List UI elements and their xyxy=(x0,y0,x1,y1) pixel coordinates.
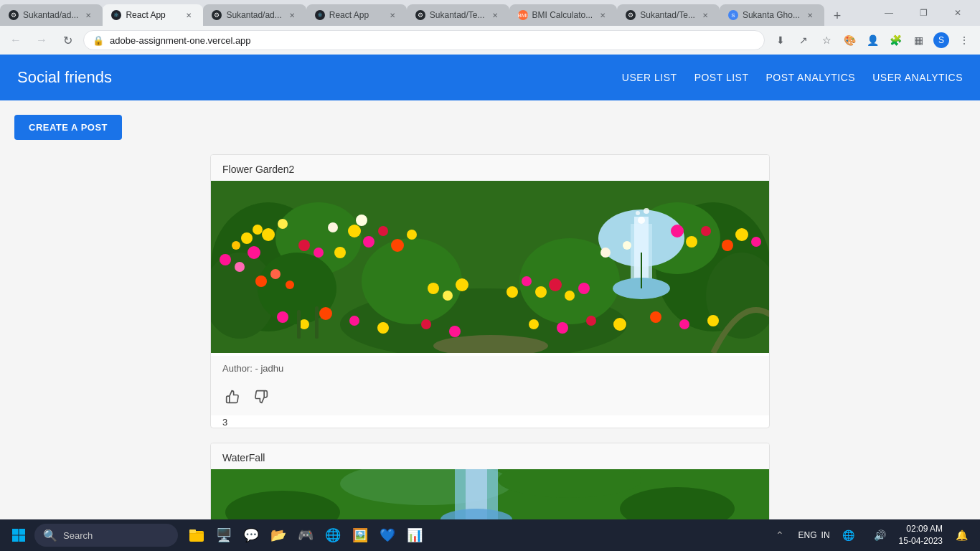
svg-point-62 xyxy=(535,286,547,298)
taskbar-notification-bell[interactable]: 🔔 xyxy=(948,522,974,548)
like-button-1[interactable] xyxy=(222,387,242,407)
profile-avatar[interactable]: S xyxy=(931,30,951,50)
tab-2-close[interactable]: ✕ xyxy=(183,9,194,21)
post-1-actions xyxy=(211,381,769,415)
tab-7-close[interactable]: ✕ xyxy=(699,9,711,21)
svg-point-73 xyxy=(644,208,649,214)
share-icon[interactable]: ↗ xyxy=(793,30,814,50)
taskbar-app-folder[interactable]: 📂 xyxy=(265,522,291,548)
svg-point-57 xyxy=(428,283,439,294)
tab-2[interactable]: ⚛ React App ✕ xyxy=(103,4,203,26)
taskbar-time-text: 02:09 AM xyxy=(899,523,943,535)
app-main: CREATE A POST Flower Garden2 xyxy=(0,100,980,519)
tab-7-favicon: ⚙ xyxy=(626,10,636,20)
post-1-like-count: 3 xyxy=(211,417,769,428)
taskbar-clock[interactable]: 02:09 AM 15-04-2023 xyxy=(899,523,943,547)
tab-5-close[interactable]: ✕ xyxy=(489,9,501,21)
new-tab-button[interactable]: + xyxy=(827,6,847,26)
tab-2-title: React App xyxy=(126,10,179,20)
sidebar-icon[interactable]: ▦ xyxy=(908,30,928,50)
close-button[interactable]: ✕ xyxy=(941,1,974,24)
svg-rect-83 xyxy=(19,529,26,535)
svg-point-20 xyxy=(220,254,231,265)
taskbar-volume-icon[interactable]: 🔊 xyxy=(867,522,893,548)
svg-point-47 xyxy=(529,319,539,329)
forward-button[interactable]: → xyxy=(32,30,52,50)
tab-1-close[interactable]: ✕ xyxy=(83,9,94,21)
tab-6[interactable]: BMI BMI Calculato... ✕ xyxy=(509,4,618,26)
taskbar-app-file-explorer[interactable] xyxy=(184,522,209,548)
nav-post-analytics[interactable]: POST ANALYTICS xyxy=(765,72,855,83)
back-button[interactable]: ← xyxy=(6,30,26,50)
taskbar-system-info: ENG IN xyxy=(798,530,830,540)
download-icon[interactable]: ⬇ xyxy=(771,30,791,50)
svg-rect-87 xyxy=(189,529,196,533)
svg-point-60 xyxy=(507,286,518,298)
tab-6-title: BMI Calculato... xyxy=(532,10,593,20)
taskbar-app-chrome[interactable]: 🌐 xyxy=(320,522,346,548)
taskbar-app-photos[interactable]: 🖼️ xyxy=(347,522,373,548)
tab-4-title: React App xyxy=(329,10,382,20)
svg-point-71 xyxy=(638,217,645,224)
taskbar-network-icon[interactable]: 🌐 xyxy=(836,522,862,548)
svg-point-67 xyxy=(356,215,367,226)
profiles-icon[interactable]: 👤 xyxy=(862,30,882,50)
start-button[interactable] xyxy=(6,522,32,548)
address-bar[interactable]: 🔒 adobe-assignment-one.vercel.app xyxy=(83,30,765,50)
tab-7-title: Sukantad/Te... xyxy=(640,10,695,20)
tab-3[interactable]: ⚙ Sukantad/ad... ✕ xyxy=(203,4,306,26)
color-icon[interactable]: 🎨 xyxy=(839,30,859,50)
nav-post-list[interactable]: POST LIST xyxy=(694,72,749,83)
create-post-button[interactable]: CREATE A POST xyxy=(14,115,122,140)
reload-button[interactable]: ↻ xyxy=(57,30,77,50)
app-header: Social friends USER LIST POST LIST POST … xyxy=(0,55,980,100)
taskbar-app-store[interactable]: 🎮 xyxy=(293,522,319,548)
svg-point-52 xyxy=(679,319,689,329)
taskbar-region: IN xyxy=(821,530,830,540)
dislike-button-1[interactable] xyxy=(251,387,271,407)
tab-6-close[interactable]: ✕ xyxy=(597,9,608,21)
taskbar-date-text: 15-04-2023 xyxy=(899,535,943,547)
svg-point-65 xyxy=(578,283,590,294)
svg-point-27 xyxy=(286,281,294,289)
post-card-2: WaterFall xyxy=(210,443,770,519)
svg-point-21 xyxy=(235,262,245,272)
svg-point-18 xyxy=(262,228,275,241)
tab-3-close[interactable]: ✕ xyxy=(286,9,298,21)
url-text: adobe-assignment-one.vercel.app xyxy=(110,35,755,46)
tab-4-close[interactable]: ✕ xyxy=(387,9,398,21)
taskbar-app-desktop[interactable]: 🖥️ xyxy=(211,522,237,548)
tab-7[interactable]: ⚙ Sukantad/Te... ✕ xyxy=(617,4,720,26)
tab-4[interactable]: ⚛ React App ✕ xyxy=(306,4,407,26)
tab-8[interactable]: S Sukanta Gho... ✕ xyxy=(720,4,824,26)
tab-1-title: Sukantad/ad... xyxy=(23,10,78,20)
taskbar-notification-icon[interactable]: ⌃ xyxy=(767,522,793,548)
taskbar-app-extra[interactable]: 📊 xyxy=(402,522,428,548)
post-1-title: Flower Garden2 xyxy=(211,155,769,181)
svg-point-41 xyxy=(299,319,309,329)
nav-links: USER LIST POST LIST POST ANALYTICS USER … xyxy=(622,72,963,83)
svg-rect-55 xyxy=(315,306,319,339)
tab-8-close[interactable]: ✕ xyxy=(804,9,816,21)
svg-point-9 xyxy=(362,238,462,324)
nav-user-analytics[interactable]: USER ANALYTICS xyxy=(872,72,963,83)
nav-user-list[interactable]: USER LIST xyxy=(622,72,677,83)
taskbar-apps: 🖥️ 💬 📂 🎮 🌐 🖼️ 💙 📊 xyxy=(184,522,428,548)
svg-point-17 xyxy=(232,241,240,250)
svg-point-38 xyxy=(735,228,748,241)
taskbar-app-vscode[interactable]: 💙 xyxy=(374,522,400,548)
svg-point-34 xyxy=(671,225,684,237)
taskbar-search-bar[interactable]: 🔍 Search xyxy=(34,524,178,547)
minimize-button[interactable]: — xyxy=(872,1,905,24)
taskbar-app-whatsapp[interactable]: 💬 xyxy=(238,522,264,548)
post-1-image xyxy=(211,181,770,353)
svg-point-32 xyxy=(391,239,404,252)
maximize-button[interactable]: ❐ xyxy=(907,1,940,24)
extensions-icon[interactable]: 🧩 xyxy=(885,30,905,50)
tab-5[interactable]: ⚙ Sukantad/Te... ✕ xyxy=(407,4,509,26)
tab-5-title: Sukantad/Te... xyxy=(430,10,485,20)
tab-1[interactable]: ⚙ Sukantad/ad... ✕ xyxy=(0,4,103,26)
tab-4-favicon: ⚛ xyxy=(315,10,325,20)
bookmark-icon[interactable]: ☆ xyxy=(816,30,837,50)
menu-icon[interactable]: ⋮ xyxy=(954,30,974,50)
